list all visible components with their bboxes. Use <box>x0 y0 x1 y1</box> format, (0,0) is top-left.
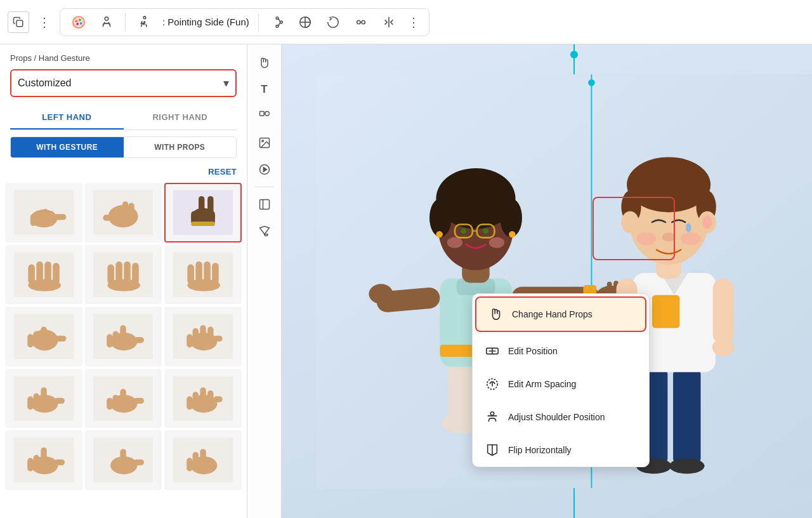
left-hand-tab[interactable]: LEFT HAND <box>10 106 124 130</box>
adjust-shoulder-icon <box>484 409 501 425</box>
edit-arm-spacing-label: Edit Arm Spacing <box>508 379 576 389</box>
svg-rect-72 <box>107 334 113 347</box>
svg-rect-111 <box>200 449 206 469</box>
copy-button[interactable] <box>8 11 29 33</box>
gesture-cell-1[interactable] <box>85 183 162 242</box>
edit-position-label: Edit Position <box>508 346 558 356</box>
video-tool[interactable] <box>252 157 277 182</box>
svg-point-48 <box>28 279 61 291</box>
svg-rect-96 <box>207 390 213 407</box>
gesture-cell-14[interactable] <box>164 430 242 490</box>
svg-line-15 <box>278 22 280 25</box>
adjust-shoulder-label: Adjust Shoulder Position <box>508 412 605 422</box>
gesture-cell-7[interactable] <box>85 307 162 366</box>
hand-tabs: LEFT HAND RIGHT HAND <box>10 106 237 130</box>
flip-horizontally-icon <box>484 442 501 458</box>
svg-rect-107 <box>121 449 126 469</box>
panel-header: Props / Hand Gesture Customized ▾ <box>0 44 247 106</box>
gesture-cell-4[interactable] <box>85 245 162 305</box>
svg-rect-33 <box>117 206 122 221</box>
right-hand-tab[interactable]: RIGHT HAND <box>124 106 237 130</box>
svg-rect-97 <box>187 396 192 409</box>
svg-rect-77 <box>207 327 213 345</box>
change-hand-props-icon <box>488 306 504 322</box>
svg-rect-158 <box>652 295 679 328</box>
globe-icon[interactable] <box>296 13 315 32</box>
svg-point-173 <box>662 233 676 242</box>
gesture-cell-9[interactable] <box>5 369 82 428</box>
svg-rect-70 <box>134 337 144 343</box>
toolbar-divider-2 <box>258 13 259 31</box>
svg-point-3 <box>75 20 78 22</box>
dropdown-arrow-icon: ▾ <box>223 76 229 90</box>
svg-point-171 <box>702 216 712 229</box>
mirror-icon[interactable] <box>379 13 398 32</box>
svg-point-7 <box>105 17 108 20</box>
ctx-adjust-shoulder[interactable]: Adjust Shoulder Position <box>473 401 649 434</box>
side-tools: T <box>247 44 282 518</box>
svg-rect-98 <box>214 396 223 402</box>
rotate-icon[interactable] <box>324 13 343 32</box>
gesture-cell-6[interactable] <box>5 307 82 366</box>
gesture-cell-11[interactable] <box>164 369 242 428</box>
svg-line-9 <box>108 22 110 25</box>
svg-rect-25 <box>42 209 48 225</box>
ctx-edit-arm-spacing[interactable]: Edit Arm Spacing <box>473 368 649 401</box>
svg-rect-42 <box>191 222 215 226</box>
toolbar-dots-left[interactable]: ⋮ <box>36 12 53 32</box>
gesture-cell-2[interactable] <box>164 183 242 242</box>
preset-dropdown[interactable]: Customized ▾ <box>10 69 237 97</box>
svg-rect-95 <box>193 392 199 408</box>
panel-tool[interactable] <box>252 192 277 216</box>
svg-point-6 <box>76 22 79 25</box>
change-hand-props-label: Change Hand Props <box>512 309 593 319</box>
gesture-cell-10[interactable] <box>85 369 162 428</box>
gesture-grid-scroll <box>0 180 247 518</box>
walk-icon[interactable] <box>134 13 154 32</box>
gesture-cell-3[interactable] <box>5 245 82 305</box>
with-props-tab[interactable]: WITH PROPS <box>124 137 237 157</box>
animation-group: : Pointing Side (Fun) <box>60 8 429 36</box>
palette-icon[interactable] <box>69 13 88 32</box>
with-gesture-tab[interactable]: WITH GESTURE <box>11 137 124 157</box>
svg-rect-104 <box>27 458 33 472</box>
svg-point-169 <box>621 211 639 234</box>
ctx-edit-position[interactable]: Edit Position <box>473 335 649 368</box>
svg-point-151 <box>447 237 462 248</box>
ctx-change-hand-props[interactable]: Change Hand Props <box>475 296 646 332</box>
animation-label: : Pointing Side (Fun) <box>162 17 249 27</box>
reset-button[interactable]: RESET <box>208 167 237 176</box>
svg-point-10 <box>143 16 146 18</box>
svg-point-19 <box>362 20 365 24</box>
character-icon[interactable] <box>97 13 116 32</box>
image-tool[interactable] <box>252 131 277 155</box>
left-panel: Props / Hand Gesture Customized ▾ LEFT H… <box>0 44 247 518</box>
canvas-area: T <box>247 44 812 518</box>
gesture-cell-8[interactable] <box>164 307 242 366</box>
constraint-icon[interactable] <box>351 13 370 32</box>
gesture-cell-13[interactable] <box>85 430 162 490</box>
panel-title: Props / Hand Gesture <box>10 53 237 63</box>
gesture-type-tabs: WITH GESTURE WITH PROPS <box>10 136 237 158</box>
shape-tool[interactable] <box>252 104 277 128</box>
svg-point-172 <box>686 223 691 232</box>
svg-point-150 <box>509 231 515 237</box>
svg-rect-83 <box>33 393 39 408</box>
text-tool[interactable]: T <box>252 77 277 102</box>
gesture-cell-5[interactable] <box>164 245 242 305</box>
sync-icon[interactable] <box>268 13 287 32</box>
svg-rect-154 <box>673 367 700 466</box>
paint-tool[interactable] <box>252 219 277 243</box>
svg-point-148 <box>483 229 488 234</box>
svg-rect-28 <box>53 214 66 220</box>
svg-point-147 <box>461 229 467 234</box>
gesture-cell-12[interactable] <box>5 430 82 490</box>
svg-rect-102 <box>54 460 64 465</box>
svg-rect-90 <box>113 395 119 408</box>
hand-tool[interactable] <box>252 51 277 75</box>
dropdown-value: Customized <box>18 77 223 89</box>
gesture-cell-0[interactable] <box>5 183 82 242</box>
svg-rect-89 <box>134 397 144 403</box>
ctx-flip-horizontally[interactable]: Flip Horizontally <box>473 434 649 467</box>
toolbar-more-button[interactable]: ⋮ <box>407 15 420 30</box>
